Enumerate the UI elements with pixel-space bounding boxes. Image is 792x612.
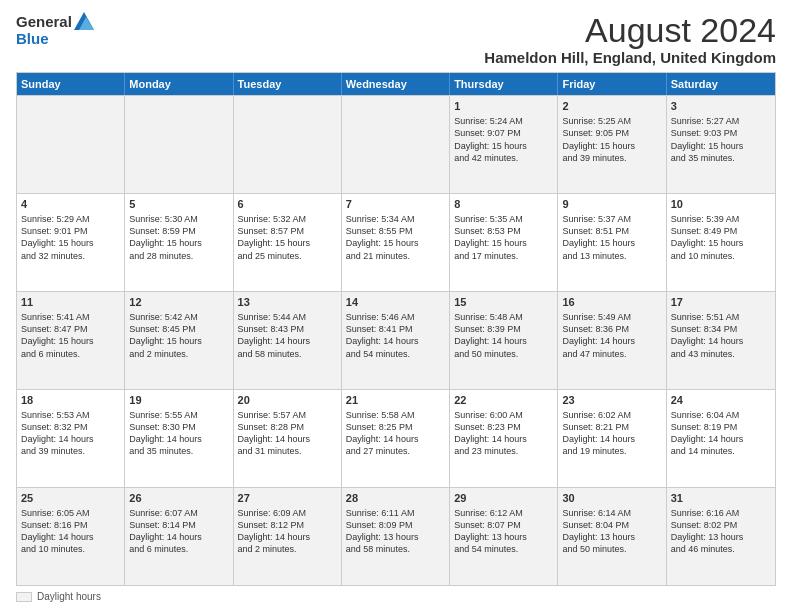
cal-cell: 16Sunrise: 5:49 AM Sunset: 8:36 PM Dayli… [558, 292, 666, 389]
main-title: August 2024 [484, 12, 776, 49]
day-info: Sunrise: 6:07 AM Sunset: 8:14 PM Dayligh… [129, 508, 202, 554]
day-info: Sunrise: 5:58 AM Sunset: 8:25 PM Dayligh… [346, 410, 419, 456]
cal-cell: 4Sunrise: 5:29 AM Sunset: 9:01 PM Daylig… [17, 194, 125, 291]
day-number: 28 [346, 491, 445, 506]
logo: General Blue [16, 14, 94, 47]
logo-blue: Blue [16, 31, 49, 48]
day-info: Sunrise: 5:44 AM Sunset: 8:43 PM Dayligh… [238, 312, 311, 358]
day-info: Sunrise: 6:16 AM Sunset: 8:02 PM Dayligh… [671, 508, 744, 554]
cal-cell: 19Sunrise: 5:55 AM Sunset: 8:30 PM Dayli… [125, 390, 233, 487]
day-info: Sunrise: 5:30 AM Sunset: 8:59 PM Dayligh… [129, 214, 202, 260]
day-info: Sunrise: 6:11 AM Sunset: 8:09 PM Dayligh… [346, 508, 419, 554]
cal-cell: 25Sunrise: 6:05 AM Sunset: 8:16 PM Dayli… [17, 488, 125, 585]
day-number: 30 [562, 491, 661, 506]
day-number: 4 [21, 197, 120, 212]
day-info: Sunrise: 5:27 AM Sunset: 9:03 PM Dayligh… [671, 116, 744, 162]
cal-cell: 14Sunrise: 5:46 AM Sunset: 8:41 PM Dayli… [342, 292, 450, 389]
day-number: 11 [21, 295, 120, 310]
cal-cell: 1Sunrise: 5:24 AM Sunset: 9:07 PM Daylig… [450, 96, 558, 193]
day-info: Sunrise: 5:42 AM Sunset: 8:45 PM Dayligh… [129, 312, 202, 358]
day-number: 19 [129, 393, 228, 408]
day-number: 3 [671, 99, 771, 114]
cal-row-0: 1Sunrise: 5:24 AM Sunset: 9:07 PM Daylig… [17, 95, 775, 193]
cal-cell [234, 96, 342, 193]
day-number: 5 [129, 197, 228, 212]
day-info: Sunrise: 5:49 AM Sunset: 8:36 PM Dayligh… [562, 312, 635, 358]
logo-icon [74, 12, 94, 30]
calendar-header: SundayMondayTuesdayWednesdayThursdayFrid… [17, 73, 775, 95]
cal-cell: 8Sunrise: 5:35 AM Sunset: 8:53 PM Daylig… [450, 194, 558, 291]
calendar-body: 1Sunrise: 5:24 AM Sunset: 9:07 PM Daylig… [17, 95, 775, 585]
footer: Daylight hours [16, 591, 776, 602]
cal-header-saturday: Saturday [667, 73, 775, 95]
day-info: Sunrise: 5:46 AM Sunset: 8:41 PM Dayligh… [346, 312, 419, 358]
day-number: 15 [454, 295, 553, 310]
page: General Blue August 2024 Hameldon Hill, … [0, 0, 792, 612]
day-info: Sunrise: 6:00 AM Sunset: 8:23 PM Dayligh… [454, 410, 527, 456]
day-number: 31 [671, 491, 771, 506]
day-number: 18 [21, 393, 120, 408]
day-number: 7 [346, 197, 445, 212]
day-info: Sunrise: 5:57 AM Sunset: 8:28 PM Dayligh… [238, 410, 311, 456]
day-number: 25 [21, 491, 120, 506]
day-number: 20 [238, 393, 337, 408]
title-area: August 2024 Hameldon Hill, England, Unit… [484, 12, 776, 66]
cal-cell: 3Sunrise: 5:27 AM Sunset: 9:03 PM Daylig… [667, 96, 775, 193]
cal-header-tuesday: Tuesday [234, 73, 342, 95]
cal-cell: 27Sunrise: 6:09 AM Sunset: 8:12 PM Dayli… [234, 488, 342, 585]
cal-cell: 29Sunrise: 6:12 AM Sunset: 8:07 PM Dayli… [450, 488, 558, 585]
day-info: Sunrise: 5:41 AM Sunset: 8:47 PM Dayligh… [21, 312, 94, 358]
header-area: General Blue August 2024 Hameldon Hill, … [16, 12, 776, 66]
cal-cell: 6Sunrise: 5:32 AM Sunset: 8:57 PM Daylig… [234, 194, 342, 291]
day-info: Sunrise: 5:39 AM Sunset: 8:49 PM Dayligh… [671, 214, 744, 260]
cal-cell: 5Sunrise: 5:30 AM Sunset: 8:59 PM Daylig… [125, 194, 233, 291]
cal-header-thursday: Thursday [450, 73, 558, 95]
day-number: 26 [129, 491, 228, 506]
day-number: 9 [562, 197, 661, 212]
day-info: Sunrise: 5:53 AM Sunset: 8:32 PM Dayligh… [21, 410, 94, 456]
cal-cell: 22Sunrise: 6:00 AM Sunset: 8:23 PM Dayli… [450, 390, 558, 487]
cal-cell: 26Sunrise: 6:07 AM Sunset: 8:14 PM Dayli… [125, 488, 233, 585]
cal-row-4: 25Sunrise: 6:05 AM Sunset: 8:16 PM Dayli… [17, 487, 775, 585]
cal-cell: 18Sunrise: 5:53 AM Sunset: 8:32 PM Dayli… [17, 390, 125, 487]
day-number: 29 [454, 491, 553, 506]
day-info: Sunrise: 5:51 AM Sunset: 8:34 PM Dayligh… [671, 312, 744, 358]
cal-header-friday: Friday [558, 73, 666, 95]
cal-header-wednesday: Wednesday [342, 73, 450, 95]
day-info: Sunrise: 6:14 AM Sunset: 8:04 PM Dayligh… [562, 508, 635, 554]
day-info: Sunrise: 6:12 AM Sunset: 8:07 PM Dayligh… [454, 508, 527, 554]
day-info: Sunrise: 5:24 AM Sunset: 9:07 PM Dayligh… [454, 116, 527, 162]
day-number: 2 [562, 99, 661, 114]
day-info: Sunrise: 6:09 AM Sunset: 8:12 PM Dayligh… [238, 508, 311, 554]
cal-row-3: 18Sunrise: 5:53 AM Sunset: 8:32 PM Dayli… [17, 389, 775, 487]
cal-cell: 2Sunrise: 5:25 AM Sunset: 9:05 PM Daylig… [558, 96, 666, 193]
day-number: 17 [671, 295, 771, 310]
day-number: 21 [346, 393, 445, 408]
cal-row-1: 4Sunrise: 5:29 AM Sunset: 9:01 PM Daylig… [17, 193, 775, 291]
daylight-box-icon [16, 592, 32, 602]
day-number: 27 [238, 491, 337, 506]
cal-cell: 13Sunrise: 5:44 AM Sunset: 8:43 PM Dayli… [234, 292, 342, 389]
cal-cell: 28Sunrise: 6:11 AM Sunset: 8:09 PM Dayli… [342, 488, 450, 585]
day-info: Sunrise: 5:37 AM Sunset: 8:51 PM Dayligh… [562, 214, 635, 260]
cal-cell: 20Sunrise: 5:57 AM Sunset: 8:28 PM Dayli… [234, 390, 342, 487]
day-number: 8 [454, 197, 553, 212]
cal-cell: 9Sunrise: 5:37 AM Sunset: 8:51 PM Daylig… [558, 194, 666, 291]
day-number: 22 [454, 393, 553, 408]
cal-cell: 21Sunrise: 5:58 AM Sunset: 8:25 PM Dayli… [342, 390, 450, 487]
day-info: Sunrise: 6:05 AM Sunset: 8:16 PM Dayligh… [21, 508, 94, 554]
cal-row-2: 11Sunrise: 5:41 AM Sunset: 8:47 PM Dayli… [17, 291, 775, 389]
cal-cell: 10Sunrise: 5:39 AM Sunset: 8:49 PM Dayli… [667, 194, 775, 291]
cal-cell: 23Sunrise: 6:02 AM Sunset: 8:21 PM Dayli… [558, 390, 666, 487]
day-number: 14 [346, 295, 445, 310]
day-info: Sunrise: 5:35 AM Sunset: 8:53 PM Dayligh… [454, 214, 527, 260]
cal-header-sunday: Sunday [17, 73, 125, 95]
day-number: 12 [129, 295, 228, 310]
cal-cell [125, 96, 233, 193]
day-number: 13 [238, 295, 337, 310]
day-info: Sunrise: 5:34 AM Sunset: 8:55 PM Dayligh… [346, 214, 419, 260]
daylight-label: Daylight hours [37, 591, 101, 602]
sub-title: Hameldon Hill, England, United Kingdom [484, 49, 776, 66]
cal-cell: 11Sunrise: 5:41 AM Sunset: 8:47 PM Dayli… [17, 292, 125, 389]
day-info: Sunrise: 5:29 AM Sunset: 9:01 PM Dayligh… [21, 214, 94, 260]
